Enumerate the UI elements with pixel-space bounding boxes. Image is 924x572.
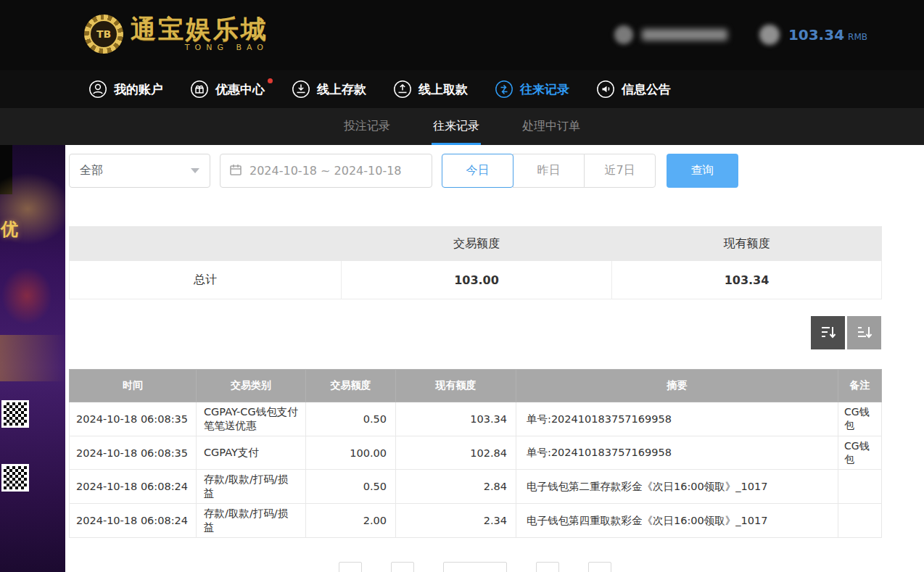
top-header-bar: TB 通宝娱乐城 TONG BAO 103.34 RMB: [0, 0, 924, 70]
table-row: 2024-10-18 06:08:24 存款/取款/打码/损益 2.00 2.3…: [70, 504, 882, 538]
qr-code-decor: [1, 464, 29, 492]
nav-item-my-account[interactable]: 我的账户: [88, 80, 163, 99]
nav-item-withdraw[interactable]: 线上取款: [393, 80, 468, 99]
cell-type: 存款/取款/打码/损益: [197, 470, 306, 504]
red-glow-decor: [1, 267, 52, 325]
records-section: 时间 交易类别 交易额度 现有额度 摘要 备注 2024-10-18 06:08…: [69, 369, 881, 538]
deposit-icon: [292, 80, 310, 99]
quick-range-yesterday-button[interactable]: 昨日: [513, 154, 585, 188]
table-row: 2024-10-18 06:08:35 CGPAY-CG钱包支付笔笔送优惠 0.…: [70, 402, 882, 436]
cell-balance: 2.34: [396, 504, 516, 538]
cell-balance: 2.84: [396, 470, 516, 504]
tab-transaction-records[interactable]: 往来记录: [432, 108, 481, 145]
pagination-button[interactable]: [536, 562, 559, 572]
quick-range-7days-button[interactable]: 近7日: [584, 154, 656, 188]
category-select-value: 全部: [80, 163, 103, 178]
sort-controls: [69, 316, 881, 349]
coin-logo-text: TB: [89, 20, 118, 49]
background-art-character: 优: [1, 217, 18, 241]
search-button[interactable]: 查询: [667, 154, 738, 188]
cell-time: 2024-10-18 06:08:35: [70, 436, 197, 470]
site-subtitle: TONG BAO: [185, 43, 268, 52]
username-blurred: [642, 29, 727, 41]
cell-note: CG钱包: [838, 402, 882, 436]
col-header-note: 备注: [838, 370, 882, 402]
summary-total-transaction: 103.00: [342, 261, 612, 299]
summary-section: 交易额度 现有额度 总计 103.00 103.34: [69, 226, 881, 299]
cell-amount: 2.00: [306, 504, 396, 538]
cell-summary: 单号:202410183757169958: [516, 402, 838, 436]
quick-range-today-button[interactable]: 今日: [442, 154, 513, 188]
cell-type: CGPAY支付: [197, 436, 306, 470]
cell-amount: 100.00: [306, 436, 396, 470]
quick-range-group: 今日 昨日 近7日: [442, 154, 656, 188]
summary-total-label: 总计: [70, 261, 342, 299]
cell-note: [838, 504, 882, 538]
nav-label: 线上存款: [317, 81, 366, 98]
cell-type: 存款/取款/打码/损益: [197, 504, 306, 538]
gift-icon: [190, 80, 209, 99]
col-header-type: 交易类别: [197, 370, 306, 402]
nav-item-promotions[interactable]: 优惠中心: [190, 80, 265, 99]
cell-note: [838, 470, 882, 504]
pagination-button[interactable]: [391, 562, 414, 572]
pagination-button[interactable]: [588, 562, 611, 572]
date-range-picker[interactable]: 2024-10-18 ~ 2024-10-18: [220, 154, 432, 188]
main-navbar: 我的账户 优惠中心 线上存款 线上取款 往来记录: [0, 70, 924, 108]
notification-dot: [268, 78, 273, 83]
site-title: 通宝娱乐城: [131, 16, 268, 43]
balance-currency: RMB: [848, 32, 867, 42]
balance-amount: 103.34: [788, 26, 844, 43]
nav-label: 优惠中心: [215, 81, 265, 98]
col-header-balance: 现有额度: [396, 370, 516, 402]
balance-display: 103.34 RMB: [788, 26, 867, 43]
summary-total-balance: 103.34: [612, 261, 882, 299]
summary-header-balance: 现有额度: [612, 227, 882, 261]
user-account-area[interactable]: 103.34 RMB: [614, 25, 867, 45]
summary-total-row: 总计 103.00 103.34: [70, 261, 882, 299]
tab-bet-records[interactable]: 投注记录: [342, 108, 392, 145]
page-root: 优 TB 通宝娱乐城 TONG BAO 103.34 RMB: [0, 0, 924, 572]
nav-label: 我的账户: [114, 81, 163, 98]
filter-row: 全部 2024-10-18 ~ 2024-10-18 今日 昨日 近7日 查询: [69, 154, 881, 188]
summary-header-transaction: 交易额度: [342, 227, 612, 261]
col-header-amount: 交易额度: [306, 370, 396, 402]
summary-header-blank: [70, 227, 342, 261]
pagination: [69, 562, 881, 572]
gold-band-decor: [0, 335, 65, 381]
cell-summary: 电子钱包第二重存款彩金《次日16:00领取》_1017: [516, 470, 838, 504]
transactions-icon: [495, 80, 513, 99]
tab-processing-orders[interactable]: 处理中订单: [521, 108, 582, 145]
sort-descending-button[interactable]: [811, 316, 845, 349]
records-table: 时间 交易类别 交易额度 现有额度 摘要 备注 2024-10-18 06:08…: [69, 369, 882, 538]
background-art-strip: 优: [0, 145, 65, 572]
announcement-icon: [596, 80, 615, 99]
cell-balance: 103.34: [396, 402, 516, 436]
col-header-summary: 摘要: [516, 370, 838, 402]
cell-time: 2024-10-18 06:08:24: [70, 504, 197, 538]
sort-ascending-button[interactable]: [847, 316, 881, 349]
nav-item-transaction-records[interactable]: 往来记录: [495, 80, 569, 99]
coin-logo-icon: TB: [84, 14, 123, 54]
withdraw-icon: [393, 80, 412, 99]
nav-label: 往来记录: [520, 81, 569, 98]
cell-type: CGPAY-CG钱包支付笔笔送优惠: [197, 402, 306, 436]
balance-coin-icon: [759, 25, 780, 45]
cell-amount: 0.50: [306, 470, 396, 504]
cell-balance: 102.84: [396, 436, 516, 470]
account-icon: [88, 80, 107, 99]
nav-item-announcements[interactable]: 信息公告: [596, 80, 671, 99]
nav-label: 线上取款: [418, 81, 468, 98]
col-header-time: 时间: [70, 370, 197, 402]
category-select[interactable]: 全部: [69, 154, 210, 188]
table-row: 2024-10-18 06:08:35 CGPAY支付 100.00 102.8…: [70, 436, 882, 470]
user-avatar-blurred: [614, 25, 633, 44]
pagination-page-select[interactable]: [443, 562, 507, 572]
pagination-button[interactable]: [339, 562, 362, 572]
nav-item-deposit[interactable]: 线上存款: [292, 80, 366, 99]
summary-table: 交易额度 现有额度 总计 103.00 103.34: [69, 226, 882, 299]
cell-time: 2024-10-18 06:08:24: [70, 470, 197, 504]
cell-time: 2024-10-18 06:08:35: [70, 402, 197, 436]
calendar-icon: [229, 163, 242, 179]
site-logo[interactable]: TB 通宝娱乐城 TONG BAO: [84, 14, 268, 54]
